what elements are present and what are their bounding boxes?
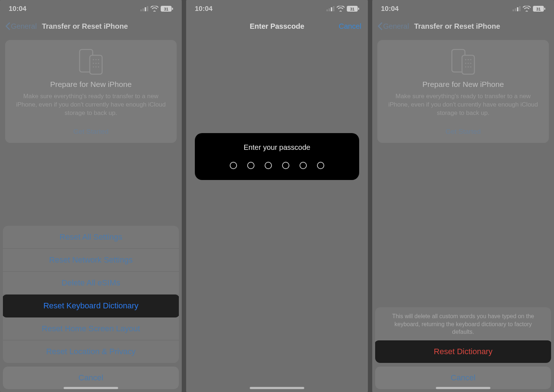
nav-bar: General Transfer or Reset iPhone <box>372 17 554 35</box>
status-icons: 31 <box>513 6 545 12</box>
svg-point-38 <box>467 63 469 64</box>
svg-point-34 <box>465 59 466 60</box>
reset-home-screen-layout[interactable]: Reset Home Screen Layout <box>3 317 179 340</box>
svg-point-40 <box>465 66 466 67</box>
svg-rect-1 <box>142 8 144 11</box>
nav-bar: General Transfer or Reset iPhone <box>0 17 182 35</box>
svg-rect-19 <box>329 8 330 11</box>
svg-point-17 <box>98 66 99 67</box>
status-bar: 10:04 31 <box>186 0 368 17</box>
passcode-dot <box>282 162 289 169</box>
reset-options-list: Reset All Settings Reset Network Setting… <box>3 226 179 363</box>
get-started-link[interactable]: Get Started <box>12 128 170 136</box>
svg-point-9 <box>93 59 94 60</box>
back-label: General <box>383 22 409 31</box>
delete-all-esims[interactable]: Delete All eSIMs <box>3 272 179 295</box>
status-icons: 31 <box>140 6 173 12</box>
passcode-dot <box>247 162 254 169</box>
screen-enter-passcode: 10:04 31 Enter Passcode Cancel Enter you… <box>186 0 368 392</box>
passcode-dot <box>317 162 324 169</box>
status-bar: 10:04 31 <box>372 0 554 17</box>
devices-icon <box>384 49 542 75</box>
screen-reset-options: 10:04 31 General Transfer or Reset iPhon… <box>0 0 182 392</box>
passcode-prompt: Enter your passcode <box>202 143 352 152</box>
cancel-button[interactable]: Cancel <box>339 22 361 31</box>
cellular-icon <box>140 6 148 11</box>
passcode-dot <box>300 162 307 169</box>
confirm-list: This will delete all custom words you ha… <box>375 307 551 363</box>
card-desc: Make sure everything's ready to transfer… <box>384 92 542 117</box>
action-sheet: Reset All Settings Reset Network Setting… <box>0 226 182 392</box>
battery-icon: 31 <box>533 6 545 12</box>
status-time: 10:04 <box>381 5 399 13</box>
svg-point-16 <box>95 66 96 67</box>
svg-rect-18 <box>326 9 328 11</box>
svg-rect-0 <box>140 9 142 11</box>
card-title: Prepare for New iPhone <box>384 80 542 89</box>
cellular-icon <box>326 6 334 11</box>
svg-point-10 <box>95 59 96 60</box>
svg-point-36 <box>470 59 471 60</box>
reset-location-privacy[interactable]: Reset Location & Privacy <box>3 340 179 363</box>
svg-rect-26 <box>515 8 516 11</box>
passcode-panel: Enter your passcode <box>195 133 359 180</box>
home-indicator[interactable] <box>64 387 118 389</box>
reset-dictionary-button[interactable]: Reset Dictionary <box>375 340 551 363</box>
page-title: Transfer or Reset iPhone <box>42 22 128 31</box>
passcode-dots[interactable] <box>202 162 352 169</box>
svg-text:31: 31 <box>350 7 354 11</box>
wifi-icon <box>523 6 531 12</box>
confirm-sheet: This will delete all custom words you ha… <box>372 307 554 392</box>
page-title: Transfer or Reset iPhone <box>414 22 500 31</box>
cellular-icon <box>513 6 521 11</box>
home-indicator[interactable] <box>436 387 490 389</box>
devices-icon <box>12 49 170 75</box>
svg-text:31: 31 <box>164 7 168 11</box>
back-button[interactable]: General <box>377 22 409 31</box>
status-bar: 10:04 31 <box>0 0 182 17</box>
svg-rect-3 <box>147 6 148 11</box>
svg-point-11 <box>98 59 99 60</box>
status-time: 10:04 <box>195 5 213 13</box>
svg-rect-25 <box>513 9 514 11</box>
content: Enter your passcode <box>186 35 368 392</box>
svg-text:31: 31 <box>536 7 541 11</box>
get-started-link[interactable]: Get Started <box>384 128 542 136</box>
svg-rect-5 <box>172 8 173 10</box>
chevron-left-icon <box>377 22 382 30</box>
page-title: Enter Passcode <box>250 22 304 31</box>
card-title: Prepare for New iPhone <box>12 80 170 89</box>
passcode-dot <box>265 162 272 169</box>
wifi-icon <box>337 6 345 12</box>
reset-all-settings[interactable]: Reset All Settings <box>3 226 179 249</box>
battery-icon: 31 <box>161 6 173 12</box>
prepare-card: Prepare for New iPhone Make sure everyth… <box>377 40 549 143</box>
svg-rect-2 <box>145 7 146 11</box>
back-button[interactable]: General <box>5 22 37 31</box>
svg-point-41 <box>467 66 469 67</box>
home-indicator[interactable] <box>250 387 304 389</box>
reset-keyboard-dictionary[interactable]: Reset Keyboard Dictionary <box>3 295 179 317</box>
svg-rect-27 <box>517 7 518 11</box>
svg-point-15 <box>93 66 94 67</box>
svg-rect-23 <box>358 8 359 10</box>
nav-bar: Enter Passcode Cancel <box>186 17 368 35</box>
cancel-button[interactable]: Cancel <box>3 367 179 389</box>
status-time: 10:04 <box>9 5 27 13</box>
svg-point-42 <box>470 66 471 67</box>
svg-point-14 <box>98 63 99 64</box>
prepare-card: Prepare for New iPhone Make sure everyth… <box>5 40 177 143</box>
reset-network-settings[interactable]: Reset Network Settings <box>3 249 179 272</box>
svg-rect-28 <box>519 6 521 11</box>
svg-point-12 <box>93 63 94 64</box>
battery-icon: 31 <box>347 6 359 12</box>
chevron-left-icon <box>5 22 10 30</box>
back-label: General <box>11 22 37 31</box>
passcode-dot <box>230 162 237 169</box>
svg-rect-20 <box>331 7 332 11</box>
svg-rect-21 <box>333 6 334 11</box>
screen-confirm-reset: 10:04 31 General Transfer or Reset iPhon… <box>372 0 554 392</box>
confirm-message: This will delete all custom words you ha… <box>375 307 551 340</box>
cancel-button[interactable]: Cancel <box>375 367 551 389</box>
status-icons: 31 <box>326 6 359 12</box>
